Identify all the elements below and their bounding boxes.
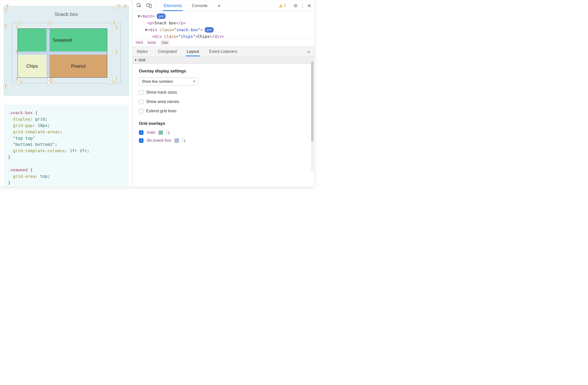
warning-count[interactable]: 1 <box>279 3 286 8</box>
check-track-sizes[interactable]: Show track sizes <box>139 90 308 95</box>
grid-badge[interactable]: grid <box>157 13 166 19</box>
gear-icon[interactable] <box>292 2 299 9</box>
main-grid-overlay: 1 -1 2 1 2 3 Snack box 1 2 3 1 -3 2 -2 3… <box>4 6 129 95</box>
svg-rect-3 <box>281 5 281 6</box>
css-code: .snack-box { display: grid; grid-gap: 10… <box>4 105 129 187</box>
highlight-icon[interactable] <box>182 138 187 143</box>
overlay-row-snack-box: div.snack-box <box>139 138 308 143</box>
checkbox[interactable] <box>139 130 144 135</box>
grid-line-label: -2 <box>48 81 53 85</box>
check-label: Show area names <box>146 99 179 104</box>
grid-line-label: 3 <box>112 21 115 25</box>
overlay-label[interactable]: div.snack-box <box>147 138 171 143</box>
crumb-html[interactable]: html <box>136 40 143 45</box>
subtab-styles[interactable]: Styles <box>137 49 148 54</box>
dom-tag: main <box>143 14 152 19</box>
dom-tree[interactable]: ▼<main>grid <p>Snack box</p> ▼<div class… <box>132 11 314 39</box>
check-area-names[interactable]: Show area names <box>139 99 308 104</box>
checkbox[interactable] <box>139 90 144 95</box>
grid-line-label: -2 <box>48 77 53 81</box>
tabs-more-icon[interactable]: » <box>218 3 220 9</box>
overlay-settings-heading: Overlay display settings <box>139 69 308 74</box>
inspect-icon[interactable] <box>136 3 142 9</box>
line-numbers-select[interactable]: Show line numbers <box>139 78 198 86</box>
grid-line-label: 3 <box>4 85 7 88</box>
grid-line-label: 1 <box>4 8 7 12</box>
crumb-nav[interactable]: nav <box>161 40 169 45</box>
svg-rect-2 <box>149 4 151 8</box>
check-extend-lines[interactable]: Extend grid lines <box>139 109 308 113</box>
color-swatch[interactable] <box>175 139 179 143</box>
grid-line-label: 2 <box>123 4 127 8</box>
grid-line-label: 3 <box>15 77 19 81</box>
styles-subtabs: Styles Computed Layout Event Listeners » <box>132 47 314 57</box>
dom-tag: div <box>154 34 162 39</box>
snack-box-overlay: 1 2 3 1 -3 2 -2 3 -2 -1 -3 -2 -1 Seaweed… <box>12 23 121 83</box>
kebab-icon[interactable]: ⋮ <box>299 2 306 9</box>
dom-text: Snack box <box>154 21 176 25</box>
svg-line-11 <box>297 7 297 7</box>
overlay-label[interactable]: main <box>147 130 156 135</box>
app-window: 1 -1 2 1 2 3 Snack box 1 2 3 1 -3 2 -2 3… <box>0 0 314 187</box>
check-label: Extend grid lines <box>146 109 176 113</box>
layout-section-grid[interactable]: ▼ Grid <box>132 57 314 64</box>
grid-line-label: 1 <box>17 21 21 25</box>
check-label: Show track sizes <box>146 90 177 95</box>
dom-breadcrumb: html body nav <box>132 39 314 47</box>
svg-line-13 <box>297 4 297 4</box>
color-swatch[interactable] <box>159 130 163 135</box>
crumb-body[interactable]: body <box>147 40 156 45</box>
close-icon[interactable] <box>306 2 313 9</box>
tab-console[interactable]: Console <box>192 3 208 8</box>
warning-count-value: 1 <box>284 3 286 8</box>
section-label: Grid <box>138 58 145 62</box>
dom-tag: p <box>150 21 152 25</box>
devtools-toolbar: Elements Console » 1 ⋮ <box>132 0 314 11</box>
grid-line-label: 2 <box>4 24 7 28</box>
grid-line-label: -3 <box>113 26 118 29</box>
devtools: Elements Console » 1 ⋮ ▼<main>grid <p>Sn… <box>132 0 314 187</box>
cell-seaweed: Seaweed <box>18 29 107 51</box>
checkbox[interactable] <box>139 100 144 104</box>
subtab-computed[interactable]: Computed <box>158 49 177 54</box>
grid-line-label: -1 <box>113 77 118 81</box>
subtab-event-listeners[interactable]: Event Listeners <box>209 49 237 54</box>
overlay-row-main: main <box>139 130 308 135</box>
tab-elements[interactable]: Elements <box>164 3 182 8</box>
snack-box-grid: Seaweed Chips Peanut <box>18 28 107 78</box>
cell-chips: Chips <box>18 55 46 77</box>
checkbox[interactable] <box>139 138 144 143</box>
cell-peanut: Peanut <box>50 55 107 77</box>
grid-line-label: -2 <box>113 50 118 54</box>
dom-text: Chips <box>198 34 210 39</box>
grid-line-label: 1 <box>5 4 9 8</box>
grid-overlays-heading: Grid overlays <box>139 121 308 126</box>
page-title: Snack box <box>12 11 121 17</box>
subtabs-more-icon[interactable]: » <box>307 49 310 54</box>
dom-tag: div <box>150 28 157 32</box>
scrollbar[interactable] <box>311 62 314 171</box>
grid-badge[interactable]: grid <box>205 27 214 33</box>
svg-line-12 <box>294 7 294 7</box>
scrollbar-thumb[interactable] <box>311 62 314 141</box>
checkbox[interactable] <box>139 109 144 113</box>
svg-rect-4 <box>281 6 281 7</box>
subtab-layout[interactable]: Layout <box>187 49 199 54</box>
rendered-page: 1 -1 2 1 2 3 Snack box 1 2 3 1 -3 2 -2 3… <box>0 0 132 187</box>
grid-gap <box>18 51 107 55</box>
svg-line-10 <box>294 4 294 4</box>
layout-panel: Overlay display settings Show line numbe… <box>132 64 314 187</box>
grid-line-label: 2 <box>48 21 51 25</box>
device-toggle-icon[interactable] <box>146 3 152 9</box>
highlight-icon[interactable] <box>166 130 170 135</box>
svg-point-5 <box>295 5 296 6</box>
grid-line-label: -1 <box>110 81 115 85</box>
grid-line-label: -1 <box>115 4 121 8</box>
grid-line-label: -3 <box>18 81 23 85</box>
